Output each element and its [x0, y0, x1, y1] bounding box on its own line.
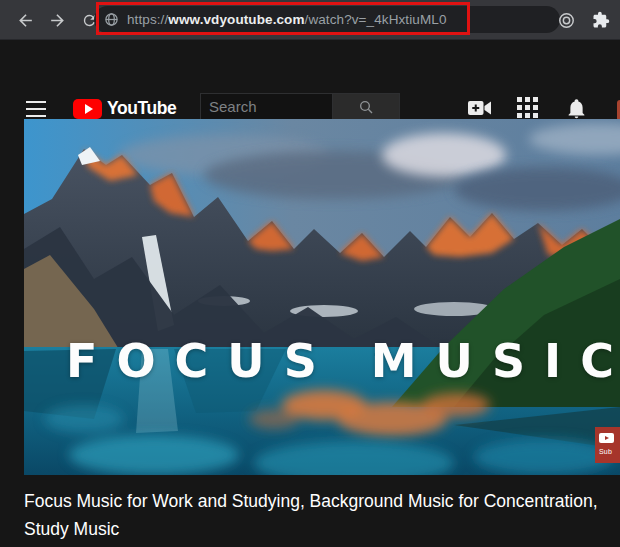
subscribe-play-icon	[599, 433, 614, 443]
youtube-wordmark: YouTube	[107, 98, 176, 119]
site-info-globe-icon	[104, 12, 119, 27]
url-path: /watch?v=_4kHxtiuML0	[305, 12, 447, 27]
search-icon	[358, 99, 374, 115]
menu-icon	[26, 101, 46, 103]
search-button[interactable]	[332, 93, 400, 120]
video-thumbnail[interactable]: FOCUS MUSIC Sub	[24, 119, 620, 475]
video-title-line-1: Focus Music for Work and Studying, Backg…	[24, 487, 616, 515]
youtube-header: YouTube	[0, 41, 620, 119]
notifications-bell-icon	[566, 97, 587, 120]
url-scheme: https://	[127, 12, 168, 27]
subscribe-watermark: Sub	[595, 427, 620, 463]
thumbnail-overlay-text: FOCUS MUSIC	[66, 338, 620, 384]
thumbnail-scene-art	[24, 119, 620, 475]
address-bar[interactable]: https://www.vdyoutube.com/watch?v=_4kHxt…	[94, 6, 560, 33]
browser-window: https://www.vdyoutube.com/watch?v=_4kHxt…	[0, 0, 620, 547]
apps-grid-icon	[517, 97, 538, 118]
url-text: https://www.vdyoutube.com/watch?v=_4kHxt…	[127, 12, 447, 27]
extension-circle-icon	[557, 11, 576, 30]
search-input[interactable]	[200, 93, 332, 120]
forward-icon	[48, 11, 67, 30]
youtube-logo-icon	[73, 99, 102, 119]
youtube-logo[interactable]: YouTube	[73, 98, 176, 119]
back-button[interactable]	[12, 7, 38, 33]
subscribe-watermark-label: Sub	[599, 448, 612, 455]
forward-button[interactable]	[44, 7, 70, 33]
extension-button[interactable]	[553, 7, 579, 33]
back-icon	[16, 11, 35, 30]
menu-button[interactable]	[26, 101, 46, 117]
create-video-icon	[467, 97, 493, 119]
browser-toolbar: https://www.vdyoutube.com/watch?v=_4kHxt…	[0, 0, 620, 40]
video-title: Focus Music for Work and Studying, Backg…	[24, 487, 616, 543]
url-domain: www.vdyoutube.com	[168, 12, 304, 27]
extensions-puzzle-icon	[592, 11, 610, 29]
video-title-line-2: Study Music	[24, 515, 616, 543]
extensions-menu-button[interactable]	[588, 7, 614, 33]
